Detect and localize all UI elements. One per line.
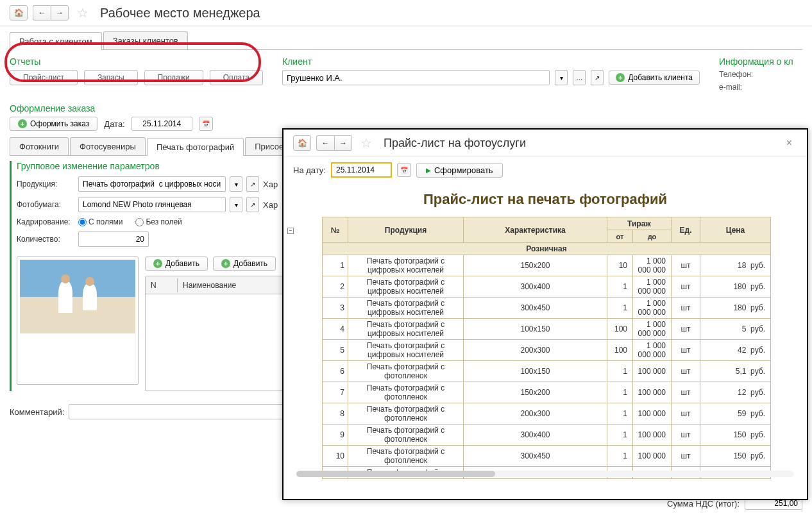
col-n: N: [146, 278, 178, 292]
sales-button[interactable]: Продажи: [144, 70, 203, 85]
qty-label: Количество:: [17, 235, 74, 244]
client-open-button[interactable]: ↗: [591, 70, 604, 85]
calendar-button[interactable]: 📅: [199, 117, 213, 131]
page-title: Рабочее место менеджера: [100, 6, 260, 21]
table-row[interactable]: 1Печать фотографий с цифровых носителей1…: [323, 255, 771, 276]
photo-preview-panel: [17, 256, 139, 385]
paper-label: Фотобумага:: [17, 200, 74, 209]
product-label: Продукция:: [17, 180, 74, 189]
table-row[interactable]: 8Печать фотографий с фотопленок200х30011…: [323, 403, 771, 425]
payment-button[interactable]: Оплата: [210, 70, 263, 85]
client-dropdown-button[interactable]: ▾: [555, 70, 568, 85]
table-row[interactable]: 10Печать фотографий с фотопленок300х4501…: [323, 446, 771, 467]
col-run-to: до: [633, 230, 672, 243]
home-button[interactable]: 🏠: [10, 5, 28, 21]
crop-without-fields-radio[interactable]: Без полей: [135, 217, 182, 226]
comment-label: Комментарий:: [10, 407, 65, 417]
plus-icon: +: [221, 259, 230, 268]
create-order-label: Оформить заказ: [30, 119, 89, 128]
paper-dropdown-button[interactable]: ▾: [230, 197, 242, 212]
modal-star-icon[interactable]: ☆: [360, 135, 372, 151]
order-date-input[interactable]: [131, 117, 192, 131]
col-product: Продукция: [348, 217, 464, 243]
price-list-button[interactable]: Прайс-лист: [10, 70, 78, 85]
char-label-1: Хар: [263, 180, 278, 189]
phone-label: Телефон:: [719, 70, 802, 79]
client-section: Клиент ▾ … ↗ + Добавить клиента: [282, 56, 700, 96]
col-price: Цена: [700, 217, 771, 243]
col-run: Тираж: [607, 217, 672, 230]
modal-nav-back[interactable]: ←: [316, 135, 334, 151]
char-label-2: Хар: [263, 200, 278, 210]
qty-input[interactable]: [78, 231, 149, 247]
table-row[interactable]: 4Печать фотографий с цифровых носителей1…: [323, 319, 771, 340]
client-info-section: Информация о кл Телефон: e-mail:: [719, 56, 802, 96]
photo-preview-image: [20, 260, 135, 333]
tab-client-work[interactable]: Работа с клиентом: [10, 32, 102, 50]
modal-calendar-button[interactable]: 📅: [397, 163, 411, 177]
play-icon: ▶: [426, 167, 431, 174]
tab-photo-print[interactable]: Печать фотографий: [147, 138, 244, 156]
horizontal-scrollbar[interactable]: [296, 471, 794, 477]
table-row[interactable]: 7Печать фотографий с фотопленок150х20011…: [323, 382, 771, 403]
nav-back-button[interactable]: ←: [33, 5, 51, 21]
add-photo-button[interactable]: +Добавить: [145, 256, 208, 271]
table-row[interactable]: 9Печать фотографий с фотопленок300х40011…: [323, 425, 771, 446]
client-input[interactable]: [282, 70, 550, 85]
tab-client-orders[interactable]: Заказы клиентов: [103, 31, 188, 49]
modal-close-button[interactable]: ×: [781, 135, 797, 151]
table-row[interactable]: 2Печать фотографий с цифровых носителей3…: [323, 276, 771, 298]
reports-section: Отчеты Прайс-лист Запасы Продажи Оплата: [10, 56, 263, 96]
group-row[interactable]: Розничная: [323, 243, 771, 255]
date-label: Дата:: [104, 119, 124, 129]
stock-button[interactable]: Запасы: [84, 70, 138, 85]
add-client-button[interactable]: + Добавить клиента: [609, 71, 700, 85]
product-dropdown-button[interactable]: ▾: [230, 176, 242, 192]
col-char: Характеристика: [464, 217, 607, 243]
main-toolbar: 🏠 ← → ☆ Рабочее место менеджера: [0, 0, 812, 26]
tab-photobooks[interactable]: Фотокниги: [10, 137, 69, 155]
col-run-from: от: [607, 230, 633, 243]
email-label: e-mail:: [719, 83, 802, 92]
price-list-window: 🏠 ← → ☆ Прайс-лист на фотоуслуги × На да…: [282, 128, 808, 500]
collapse-handle[interactable]: −: [287, 228, 294, 234]
crop-with-fields-radio[interactable]: С полями: [78, 217, 123, 226]
modal-date-label: На дату:: [293, 165, 326, 175]
main-tab-bar: Работа с клиентом Заказы клиентов: [10, 31, 802, 50]
paper-open-button[interactable]: ↗: [246, 197, 259, 212]
add-client-label: Добавить клиента: [628, 73, 693, 82]
col-unit: Ед.: [672, 217, 700, 243]
tab-souvenirs[interactable]: Фотосувениры: [70, 137, 146, 155]
order-header: Оформление заказа: [10, 103, 802, 114]
paper-input[interactable]: [78, 197, 226, 212]
info-header: Информация о кл: [719, 56, 802, 67]
modal-title: Прайс-лист на фотоуслуги: [384, 137, 526, 150]
client-header: Клиент: [282, 56, 700, 67]
reports-header: Отчеты: [10, 56, 263, 67]
table-row[interactable]: 5Печать фотографий с цифровых носителей2…: [323, 340, 771, 361]
generate-report-button[interactable]: ▶ Сформировать: [416, 163, 503, 178]
table-row[interactable]: 3Печать фотографий с цифровых носителей3…: [323, 298, 771, 319]
col-num: №: [323, 217, 348, 243]
client-more-button[interactable]: …: [573, 70, 586, 85]
favorite-star-icon[interactable]: ☆: [77, 5, 89, 21]
modal-nav-forward[interactable]: →: [334, 135, 352, 151]
modal-home-button[interactable]: 🏠: [293, 135, 311, 151]
modal-toolbar: 🏠 ← → ☆ Прайс-лист на фотоуслуги ×: [283, 130, 807, 157]
plus-icon: +: [153, 259, 162, 268]
report-title: Прайс-лист на печать фотографий: [296, 191, 794, 208]
create-order-button[interactable]: + Оформить заказ: [10, 117, 97, 131]
add-photo-button-2[interactable]: +Добавить: [213, 256, 276, 271]
product-input[interactable]: [78, 176, 226, 192]
table-row[interactable]: 6Печать фотографий с фотопленок100х15011…: [323, 361, 771, 382]
plus-icon: +: [616, 73, 625, 82]
price-table: № Продукция Характеристика Тираж Ед. Цен…: [322, 217, 771, 479]
modal-date-input[interactable]: [331, 162, 392, 178]
crop-label: Кадрирование:: [17, 217, 74, 226]
product-open-button[interactable]: ↗: [246, 176, 259, 192]
plus-icon: +: [18, 119, 27, 128]
nav-forward-button[interactable]: →: [51, 5, 69, 21]
